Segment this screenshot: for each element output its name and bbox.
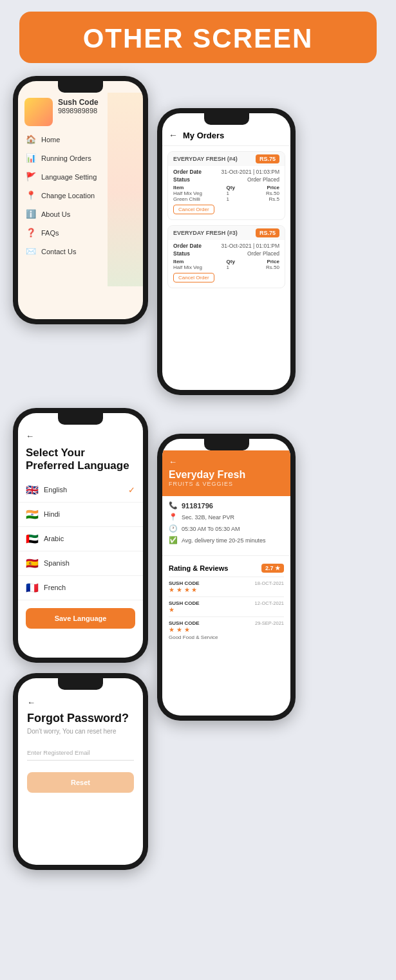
col-2-header-price: Price bbox=[253, 259, 279, 264]
save-language-button[interactable]: Save Language bbox=[26, 608, 135, 629]
orders-icon: 📊 bbox=[26, 153, 36, 163]
col-2-header-item: Item bbox=[173, 259, 227, 264]
store-name: Everyday Fresh bbox=[169, 469, 284, 481]
order-1-badge: RS.75 bbox=[256, 154, 279, 163]
lang-label-arabic: Arabic bbox=[44, 535, 64, 542]
order-1-date: 31-Oct-2021 | 01:03:PM bbox=[221, 169, 279, 175]
order-2-date: 31-Oct-2021 | 01:01:PM bbox=[221, 243, 279, 249]
menu-label-about: About Us bbox=[41, 210, 70, 218]
orders-screen-title: My Orders bbox=[183, 131, 224, 140]
order-card-2-header: EVERYDAY FRESH (#3) RS.75 bbox=[168, 226, 285, 240]
order-date-label: Order Date bbox=[173, 169, 202, 175]
notch3 bbox=[58, 413, 103, 425]
review-1-date: 18-OCT-2021 bbox=[255, 580, 284, 586]
lang-item-english[interactable]: 🇬🇧 English ✓ bbox=[18, 478, 143, 503]
sidebar-screen: Sush Code 9898989898 🏠 Home 📊 Running Or… bbox=[18, 81, 143, 319]
cancel-order-2-button[interactable]: Cancel Order bbox=[173, 273, 214, 282]
store-header: ← Everyday Fresh FRUITS & VEGGIES bbox=[162, 450, 290, 496]
col-header-price: Price bbox=[253, 185, 279, 190]
review-1-stars: ★ ★ ★ ★ bbox=[169, 586, 284, 593]
store-delivery: Avg. delivery time 20-25 minutes bbox=[182, 537, 265, 544]
language-back-arrow[interactable]: ← bbox=[26, 431, 34, 441]
order-1-item-2-name: Green Chilli bbox=[173, 196, 227, 202]
col-header-qty: Qty bbox=[227, 185, 253, 190]
sidebar-username: Sush Code bbox=[58, 98, 99, 107]
lang-item-hindi[interactable]: 🇮🇳 Hindi bbox=[18, 503, 143, 527]
notch5 bbox=[58, 678, 103, 690]
forgot-title: Forgot Password? bbox=[27, 712, 134, 725]
order-1-item-1-price: Rs.50 bbox=[253, 190, 279, 196]
home-icon: 🏠 bbox=[26, 134, 36, 144]
sidebar-phone: 9898989898 bbox=[58, 107, 99, 115]
orders-header: ← My Orders bbox=[162, 125, 290, 146]
menu-label-home: Home bbox=[41, 136, 60, 143]
notch1 bbox=[58, 81, 103, 93]
header-banner: OTHER SCREEN bbox=[19, 12, 377, 63]
faq-icon: ❓ bbox=[26, 228, 36, 237]
forgot-screen: ← Forgot Password? Don't worry, You can … bbox=[18, 678, 143, 865]
order-card-2: EVERYDAY FRESH (#3) RS.75 Order Date 31-… bbox=[167, 225, 285, 288]
order-1-store: EVERYDAY FRESH (#4) bbox=[173, 156, 238, 162]
notch2 bbox=[204, 113, 249, 125]
review-1: SUSH CODE 18-OCT-2021 ★ ★ ★ ★ bbox=[169, 577, 284, 596]
review-1-user: SUSH CODE bbox=[169, 580, 200, 586]
menu-label-language: Language Setting bbox=[41, 173, 97, 181]
orders-phone-frame: ← My Orders EVERYDAY FRESH (#4) RS.75 Or… bbox=[157, 108, 296, 395]
order-1-item-2-price: Rs.5 bbox=[253, 196, 279, 202]
hours-icon: 🕐 bbox=[169, 524, 178, 533]
address-icon: 📍 bbox=[169, 513, 178, 521]
store-address-row: 📍 Sec. 32B, Near PVR bbox=[169, 513, 284, 521]
lang-item-arabic[interactable]: 🇦🇪 Arabic bbox=[18, 527, 143, 551]
header-title: OTHER SCREEN bbox=[19, 23, 377, 54]
store-screen: ← Everyday Fresh FRUITS & VEGGIES 📞 9118… bbox=[162, 439, 290, 716]
flag-hindi: 🇮🇳 bbox=[26, 508, 39, 521]
contact-icon: ✉️ bbox=[26, 246, 36, 256]
location-icon: 📍 bbox=[26, 190, 36, 200]
flag-english: 🇬🇧 bbox=[26, 484, 39, 496]
forgot-back-arrow[interactable]: ← bbox=[27, 698, 35, 707]
review-3-date: 29-SEP-2021 bbox=[255, 620, 284, 626]
review-3-user: SUSH CODE bbox=[169, 620, 200, 626]
lang-label-french: French bbox=[44, 584, 66, 591]
lang-label-english: English bbox=[44, 486, 67, 494]
order-card-1: EVERYDAY FRESH (#4) RS.75 Order Date 31-… bbox=[167, 151, 285, 220]
review-2: SUSH CODE 12-OCT-2021 ★ bbox=[169, 596, 284, 616]
store-category: FRUITS & VEGGIES bbox=[169, 481, 284, 487]
order-2-item-1-price: Rs.50 bbox=[253, 264, 279, 270]
store-phone-frame: ← Everyday Fresh FRUITS & VEGGIES 📞 9118… bbox=[157, 434, 296, 721]
lang-label-hindi: Hindi bbox=[44, 510, 60, 518]
menu-label-contact: Contact Us bbox=[41, 248, 76, 255]
store-phone-num: 91181796 bbox=[182, 502, 213, 510]
sidebar-phone-frame: Sush Code 9898989898 🏠 Home 📊 Running Or… bbox=[13, 76, 148, 324]
forgot-phone-frame: ← Forgot Password? Don't worry, You can … bbox=[13, 673, 148, 870]
notch4 bbox=[204, 439, 249, 450]
email-input-wrapper: Enter Registered Email bbox=[27, 745, 134, 761]
menu-label-faqs: FAQs bbox=[41, 229, 59, 237]
store-info: 📞 91181796 📍 Sec. 32B, Near PVR 🕐 05:30 … bbox=[162, 496, 290, 553]
sidebar-user: Sush Code 9898989898 bbox=[58, 98, 99, 115]
order-2-status: Order Placed bbox=[247, 250, 279, 257]
rating-section: Rating & Reviews 2.7 ★ SUSH CODE 18-OCT-… bbox=[162, 559, 290, 649]
store-address: Sec. 32B, Near PVR bbox=[182, 514, 234, 521]
language-screen-title: Select Your Preferred Language bbox=[26, 447, 135, 473]
language-phone-frame: ← Select Your Preferred Language 🇬🇧 Engl… bbox=[13, 408, 148, 663]
orders-screen: ← My Orders EVERYDAY FRESH (#4) RS.75 Or… bbox=[162, 113, 290, 390]
order-card-1-header: EVERYDAY FRESH (#4) RS.75 bbox=[168, 152, 285, 166]
delivery-icon: ✅ bbox=[169, 536, 178, 544]
forgot-subtitle: Don't worry, You can reset here bbox=[27, 728, 134, 735]
check-english: ✓ bbox=[128, 485, 135, 495]
order-1-item-2-qty: 1 bbox=[227, 196, 253, 202]
order-1-status: Order Placed bbox=[247, 176, 279, 183]
orders-back-arrow[interactable]: ← bbox=[169, 130, 178, 140]
rating-badge: 2.7 ★ bbox=[261, 564, 284, 573]
store-back-arrow[interactable]: ← bbox=[169, 457, 284, 467]
menu-label-running-orders: Running Orders bbox=[41, 154, 91, 162]
lang-item-french[interactable]: 🇫🇷 French bbox=[18, 576, 143, 600]
store-delivery-row: ✅ Avg. delivery time 20-25 minutes bbox=[169, 536, 284, 544]
order-2-date-label: Order Date bbox=[173, 243, 202, 249]
lang-item-spanish[interactable]: 🇪🇸 Spanish bbox=[18, 551, 143, 576]
divider-1 bbox=[162, 555, 290, 556]
reset-button[interactable]: Reset bbox=[27, 772, 134, 793]
order-1-item-1-name: Half Mix Veg bbox=[173, 190, 227, 196]
cancel-order-1-button[interactable]: Cancel Order bbox=[173, 205, 214, 214]
